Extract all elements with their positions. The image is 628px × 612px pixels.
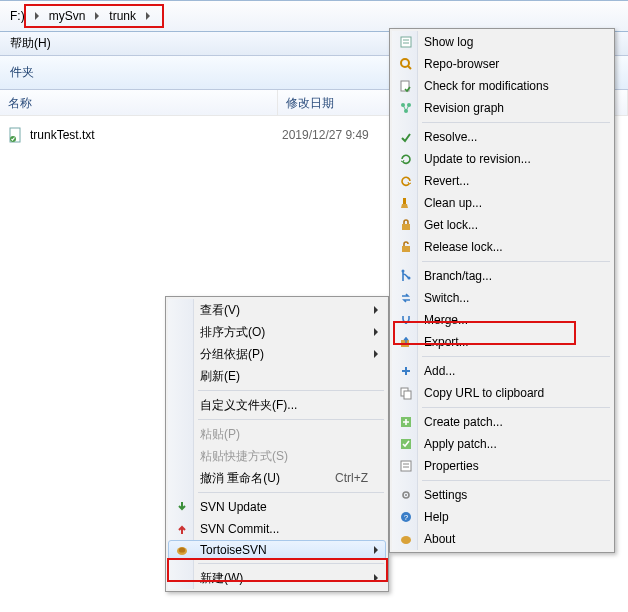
svn-cleanup-label: Clean up... [424, 196, 482, 210]
separator [198, 419, 384, 420]
submenu-arrow-icon [374, 306, 378, 314]
svn-show-log[interactable]: Show log [392, 31, 612, 53]
lock-icon [398, 217, 414, 233]
submenu-arrow-icon [374, 574, 378, 582]
svn-cleanup[interactable]: Clean up... [392, 192, 612, 214]
svn-export-label: Export... [424, 335, 469, 349]
ctx-svn-commit[interactable]: SVN Commit... [168, 518, 386, 540]
branch-icon [398, 268, 414, 284]
ctx-undo-rename[interactable]: 撤消 重命名(U) Ctrl+Z [168, 467, 386, 489]
update-rev-icon [398, 151, 414, 167]
svn-create-patch-label: Create patch... [424, 415, 503, 429]
svn-get-lock[interactable]: Get lock... [392, 214, 612, 236]
svn-check-mod-label: Check for modifications [424, 79, 549, 93]
svn-show-log-label: Show log [424, 35, 473, 49]
help-icon: ? [398, 509, 414, 525]
unlock-icon [398, 239, 414, 255]
svn-apply-patch[interactable]: Apply patch... [392, 433, 612, 455]
apply-patch-icon [398, 436, 414, 452]
svn-rev-graph-label: Revision graph [424, 101, 504, 115]
about-icon [398, 531, 414, 547]
cleanup-icon [398, 195, 414, 211]
svn-export[interactable]: Export... [392, 331, 612, 353]
svn-create-patch[interactable]: Create patch... [392, 411, 612, 433]
properties-icon [398, 458, 414, 474]
svn-copy-url[interactable]: Copy URL to clipboard [392, 382, 612, 404]
svn-release-lock[interactable]: Release lock... [392, 236, 612, 258]
separator [198, 390, 384, 391]
ctx-svn-update[interactable]: SVN Update [168, 496, 386, 518]
separator [198, 563, 384, 564]
svn-help-label: Help [424, 510, 449, 524]
svg-line-8 [408, 66, 411, 69]
svn-add[interactable]: Add... [392, 360, 612, 382]
bc-seg2-label: trunk [109, 9, 136, 23]
ctx-undo-label: 撤消 重命名(U) [200, 470, 280, 487]
ctx-svn-commit-label: SVN Commit... [200, 522, 279, 536]
toolbar-folders[interactable]: 件夹 [10, 64, 34, 81]
svn-settings[interactable]: Settings [392, 484, 612, 506]
submenu-arrow-icon [374, 328, 378, 336]
svn-update-rev-label: Update to revision... [424, 152, 531, 166]
svn-add-label: Add... [424, 364, 455, 378]
col-name[interactable]: 名称 [0, 90, 278, 115]
separator [422, 480, 610, 481]
svn-merge[interactable]: Merge... [392, 309, 612, 331]
chevron-right-icon [146, 12, 150, 20]
ctx-svn-update-label: SVN Update [200, 500, 267, 514]
svn-branch-tag[interactable]: Branch/tag... [392, 265, 612, 287]
ctx-group[interactable]: 分组依据(P) [168, 343, 386, 365]
ctx-sort[interactable]: 排序方式(O) [168, 321, 386, 343]
svn-revert[interactable]: Revert... [392, 170, 612, 192]
bc-seg2[interactable]: trunk [103, 4, 142, 28]
svn-rev-graph[interactable]: Revision graph [392, 97, 612, 119]
separator [422, 356, 610, 357]
svg-rect-4 [401, 37, 411, 47]
svn-settings-label: Settings [424, 488, 467, 502]
text-file-icon [8, 127, 24, 143]
separator [422, 407, 610, 408]
svn-about-label: About [424, 532, 455, 546]
svn-help[interactable]: ? Help [392, 506, 612, 528]
svn-check-mod[interactable]: Check for modifications [392, 75, 612, 97]
ctx-tortoisesvn[interactable]: TortoiseSVN [168, 540, 386, 560]
svn-repo-browser[interactable]: Repo-browser [392, 53, 612, 75]
svn-properties[interactable]: Properties [392, 455, 612, 477]
ctx-refresh[interactable]: 刷新(E) [168, 365, 386, 387]
svg-point-16 [402, 270, 405, 273]
svn-switch[interactable]: Switch... [392, 287, 612, 309]
ctx-customize-folder[interactable]: 自定义文件夹(F)... [168, 394, 386, 416]
ctx-customize-label: 自定义文件夹(F)... [200, 397, 297, 414]
svn-release-lock-label: Release lock... [424, 240, 503, 254]
bc-seg1[interactable]: mySvn [43, 4, 92, 28]
svn-about[interactable]: About [392, 528, 612, 550]
ctx-paste-shortcut-label: 粘贴快捷方式(S) [200, 448, 288, 465]
chevron-right-icon [95, 12, 99, 20]
ctx-view[interactable]: 查看(V) [168, 299, 386, 321]
file-date: 2019/12/27 9:49 [282, 128, 369, 142]
col-name-label: 名称 [8, 96, 32, 110]
file-name: trunkTest.txt [30, 128, 282, 142]
ctx-new[interactable]: 新建(W) [168, 567, 386, 589]
separator [422, 261, 610, 262]
merge-icon [398, 312, 414, 328]
svn-properties-label: Properties [424, 459, 479, 473]
svn-copy-url-label: Copy URL to clipboard [424, 386, 544, 400]
bc-drive[interactable]: F:) [4, 4, 31, 28]
svn-merge-label: Merge... [424, 313, 468, 327]
submenu-arrow-icon [374, 546, 378, 554]
svn-revert-label: Revert... [424, 174, 469, 188]
ctx-tortoise-label: TortoiseSVN [200, 543, 267, 557]
svg-point-30 [401, 536, 411, 544]
svn-resolve[interactable]: Resolve... [392, 126, 612, 148]
context-menu-tortoisesvn: Show log Repo-browser Check for modifica… [389, 28, 615, 553]
svn-switch-label: Switch... [424, 291, 469, 305]
svn-get-lock-label: Get lock... [424, 218, 478, 232]
bc-drive-label: F:) [10, 9, 25, 23]
svn-update-rev[interactable]: Update to revision... [392, 148, 612, 170]
ctx-refresh-label: 刷新(E) [200, 368, 240, 385]
col-date-label: 修改日期 [286, 96, 334, 110]
menu-help[interactable]: 帮助(H) [4, 33, 57, 54]
rev-graph-icon [398, 100, 414, 116]
export-icon [398, 334, 414, 350]
